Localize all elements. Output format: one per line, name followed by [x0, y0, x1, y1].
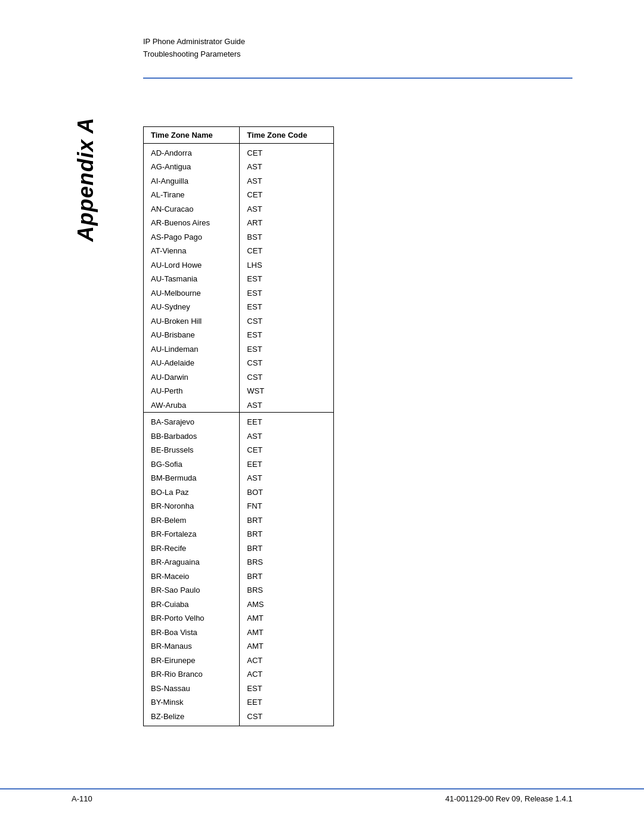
- table-row: BR-AraguainaBRS: [144, 555, 334, 569]
- timezone-code: LHS: [240, 258, 334, 272]
- table-header-row: Time Zone Name Time Zone Code: [144, 126, 334, 143]
- timezone-name: AU-Darwin: [144, 370, 240, 385]
- table-row: BR-CuiabaAMS: [144, 597, 334, 612]
- timezone-code: EST: [240, 328, 334, 342]
- timezone-code: EST: [240, 272, 334, 286]
- timezone-name: AU-Adelaide: [144, 356, 240, 370]
- timezone-code: ACT: [240, 654, 334, 668]
- timezone-code: AST: [240, 429, 334, 444]
- timezone-code: AST: [240, 174, 334, 188]
- table-row: BR-FortalezaBRT: [144, 527, 334, 541]
- table-row: AU-DarwinCST: [144, 370, 334, 385]
- timezone-code: CET: [240, 188, 334, 202]
- timezone-code: BRT: [240, 541, 334, 556]
- timezone-name: AU-Sydney: [144, 300, 240, 314]
- table-row: BO-La PazBOT: [144, 485, 334, 500]
- timezone-code: EET: [240, 695, 334, 710]
- timezone-name: BR-Belem: [144, 513, 240, 528]
- table-row: BR-ManausAMT: [144, 639, 334, 654]
- page: IP Phone Administrator Guide Troubleshoo…: [0, 0, 644, 833]
- timezone-name: BR-Boa Vista: [144, 625, 240, 640]
- timezone-name: BO-La Paz: [144, 485, 240, 500]
- timezone-name: AI-Anguilla: [144, 174, 240, 188]
- timezone-code: BOT: [240, 485, 334, 500]
- timezone-name: AR-Buenos Aires: [144, 216, 240, 230]
- footer-right: 41-001129-00 Rev 09, Release 1.4.1: [445, 794, 572, 803]
- table-row: AN-CuracaoAST: [144, 202, 334, 216]
- timezone-name: AD-Andorra: [144, 143, 240, 160]
- table-row: BY-MinskEET: [144, 695, 334, 710]
- timezone-code: BRS: [240, 583, 334, 597]
- timezone-code: CST: [240, 370, 334, 385]
- timezone-name: BE-Brussels: [144, 443, 240, 457]
- table-row: AD-AndorraCET: [144, 143, 334, 160]
- table-row: BR-Rio BrancoACT: [144, 667, 334, 682]
- timezone-name: BZ-Belize: [144, 710, 240, 726]
- timezone-code: EET: [240, 457, 334, 472]
- main-content: Time Zone Name Time Zone Code AD-Andorra…: [0, 79, 644, 763]
- table-row: AR-Buenos AiresART: [144, 216, 334, 230]
- col-header-name: Time Zone Name: [144, 126, 240, 143]
- timezone-code: BRT: [240, 527, 334, 541]
- timezone-code: BST: [240, 230, 334, 244]
- col-header-code: Time Zone Code: [240, 126, 334, 143]
- table-row: BR-BelemBRT: [144, 513, 334, 528]
- timezone-name: AU-Perth: [144, 384, 240, 398]
- table-row: AU-PerthWST: [144, 384, 334, 398]
- table-row: BR-RecifeBRT: [144, 541, 334, 556]
- timezone-name: BR-Maceio: [144, 569, 240, 584]
- timezone-code: FNT: [240, 499, 334, 513]
- timezone-name: AT-Vienna: [144, 244, 240, 258]
- timezone-code: WST: [240, 384, 334, 398]
- timezone-name: BY-Minsk: [144, 695, 240, 710]
- table-row: BG-SofiaEET: [144, 457, 334, 472]
- header-line1: IP Phone Administrator Guide: [143, 36, 572, 48]
- timezone-name: BG-Sofia: [144, 457, 240, 472]
- timezone-code: EST: [240, 286, 334, 301]
- table-row: AU-Broken HillCST: [144, 314, 334, 329]
- table-row: BA-SarajevoEET: [144, 413, 334, 429]
- timezone-name: AU-Melbourne: [144, 286, 240, 301]
- table-row: BM-BermudaAST: [144, 471, 334, 485]
- timezone-name: BB-Barbados: [144, 429, 240, 444]
- timezone-code: EET: [240, 413, 334, 429]
- timezone-code: EST: [240, 342, 334, 357]
- timezone-code: CST: [240, 356, 334, 370]
- timezone-name: BR-Manaus: [144, 639, 240, 654]
- header-title: IP Phone Administrator Guide Troubleshoo…: [143, 36, 572, 61]
- table-row: AU-AdelaideCST: [144, 356, 334, 370]
- timezone-code: ACT: [240, 667, 334, 682]
- timezone-code: BRT: [240, 569, 334, 584]
- timezone-name: AW-Aruba: [144, 398, 240, 413]
- timezone-name: BR-Cuiaba: [144, 597, 240, 612]
- table-row: BR-MaceioBRT: [144, 569, 334, 584]
- timezone-name: BR-Recife: [144, 541, 240, 556]
- timezone-code: CET: [240, 443, 334, 457]
- timezone-code: BRT: [240, 513, 334, 528]
- table-row: AU-TasmaniaEST: [144, 272, 334, 286]
- header-line2: Troubleshooting Parameters: [143, 48, 572, 61]
- timezone-code: CET: [240, 244, 334, 258]
- timezone-code: EST: [240, 300, 334, 314]
- timezone-code: EST: [240, 682, 334, 696]
- timezone-code: AMT: [240, 639, 334, 654]
- timezone-name: BR-Porto Velho: [144, 611, 240, 625]
- table-row: BS-NassauEST: [144, 682, 334, 696]
- table-row: AU-LindemanEST: [144, 342, 334, 357]
- timezone-code: AMS: [240, 597, 334, 612]
- timezone-code: AST: [240, 202, 334, 216]
- table-row: BR-Porto VelhoAMT: [144, 611, 334, 625]
- timezone-code: CST: [240, 314, 334, 329]
- timezone-name: AU-Brisbane: [144, 328, 240, 342]
- timezone-code: CST: [240, 710, 334, 726]
- table-row: AU-MelbourneEST: [144, 286, 334, 301]
- timezone-code: AST: [240, 471, 334, 485]
- table-row: AI-AnguillaAST: [144, 174, 334, 188]
- timezone-name: BS-Nassau: [144, 682, 240, 696]
- table-row: BR-Sao PauloBRS: [144, 583, 334, 597]
- timezone-name: BM-Bermuda: [144, 471, 240, 485]
- table-row: AW-ArubaAST: [144, 398, 334, 413]
- timezone-name: BR-Rio Branco: [144, 667, 240, 682]
- timezone-name: AU-Lord Howe: [144, 258, 240, 272]
- timezone-code: BRS: [240, 555, 334, 569]
